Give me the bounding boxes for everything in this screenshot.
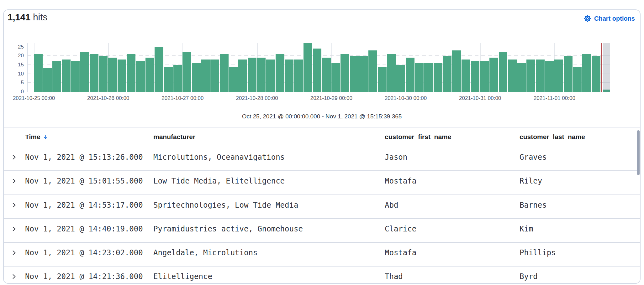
histogram-bar[interactable] [118, 60, 126, 92]
x-axis-label: 2021-10-28 00:00 [236, 95, 278, 101]
cell-time: Nov 1, 2021 @ 14:21:36.000 [25, 272, 143, 281]
histogram-chart[interactable]: 2021-10-25 00:002021-10-26 00:002021-10-… [4, 10, 640, 117]
histogram-bar[interactable] [554, 60, 563, 92]
partial-region-gridline [603, 65, 610, 65]
sort-descending-icon [43, 134, 48, 140]
histogram-bar[interactable] [136, 61, 145, 92]
table-row: Nov 1, 2021 @ 14:53:17.000Spritechnologi… [4, 195, 640, 219]
histogram-bar[interactable] [359, 56, 368, 92]
expand-row-button[interactable] [11, 249, 18, 256]
histogram-bar[interactable] [34, 54, 43, 92]
histogram-bar[interactable] [462, 60, 470, 92]
column-header-customer-last-name[interactable]: customer_last_name [520, 133, 585, 141]
cell-customer-last-name: Riley [520, 177, 542, 185]
histogram-bar[interactable] [108, 58, 117, 92]
y-axis-label: 15 [4, 62, 24, 68]
histogram-bar[interactable] [322, 58, 331, 92]
histogram-bar[interactable] [434, 63, 442, 92]
histogram-bar[interactable] [90, 54, 98, 92]
histogram-bar[interactable] [331, 63, 340, 92]
chevron-right-icon [13, 155, 15, 159]
histogram-bar[interactable] [340, 54, 349, 92]
histogram-bar[interactable] [192, 63, 201, 92]
histogram-bar[interactable] [210, 60, 219, 92]
histogram-bar[interactable] [526, 60, 535, 92]
histogram-bar[interactable] [471, 61, 480, 92]
histogram-bar[interactable] [489, 58, 498, 92]
histogram-bar[interactable] [378, 67, 387, 92]
histogram-bar[interactable] [294, 60, 303, 92]
column-header-manufacturer[interactable]: manufacturer [153, 133, 195, 141]
cell-time: Nov 1, 2021 @ 14:40:19.000 [25, 225, 143, 233]
histogram-bar[interactable] [276, 54, 284, 92]
histogram-bar[interactable] [406, 58, 414, 92]
cell-customer-last-name: Graves [520, 153, 547, 162]
column-header-time-label: Time [25, 133, 40, 141]
column-header-time[interactable]: Time [25, 133, 48, 141]
histogram-bar[interactable] [350, 56, 359, 92]
histogram-bar[interactable] [424, 63, 433, 92]
histogram-bar[interactable] [443, 56, 452, 92]
histogram-bar[interactable] [266, 60, 275, 92]
cell-customer-last-name: Barnes [520, 201, 547, 210]
expand-row-button[interactable] [11, 178, 18, 184]
histogram-bar[interactable] [536, 60, 545, 92]
cell-manufacturer: Spritechnologies, Low Tide Media [153, 201, 298, 210]
histogram-bar[interactable] [155, 47, 163, 92]
table-row: Nov 1, 2021 @ 14:21:36.000ElitelligenceT… [4, 267, 640, 284]
histogram-bar[interactable] [182, 52, 191, 92]
expand-row-button[interactable] [11, 202, 18, 209]
histogram-bar[interactable] [499, 52, 508, 92]
table-scrollbar-thumb[interactable] [637, 130, 640, 175]
column-header-manufacturer-label: manufacturer [153, 133, 195, 141]
histogram-bar[interactable] [452, 50, 461, 92]
histogram-bar[interactable] [257, 58, 266, 92]
histogram-bar[interactable] [248, 58, 256, 92]
histogram-bar[interactable] [52, 61, 61, 92]
histogram-bar[interactable] [285, 60, 294, 92]
cell-customer-first-name: Mostafa [385, 248, 416, 257]
histogram-bar[interactable] [229, 67, 238, 92]
histogram-bar[interactable] [396, 65, 405, 92]
histogram-bar[interactable] [80, 52, 89, 92]
y-axis-line [27, 43, 28, 92]
histogram-bar[interactable] [592, 56, 600, 92]
histogram-bar[interactable] [201, 60, 210, 92]
expand-row-button[interactable] [11, 154, 18, 161]
column-header-customer-last-name-label: customer_last_name [520, 133, 585, 141]
partial-histogram-bar[interactable] [603, 90, 610, 92]
histogram-bar[interactable] [238, 60, 247, 92]
histogram-bar[interactable] [368, 50, 377, 92]
x-axis-label: 2021-10-25 00:00 [13, 95, 55, 101]
histogram-bar[interactable] [71, 61, 80, 92]
histogram-bar[interactable] [43, 68, 52, 92]
partial-bucket-region [603, 43, 610, 92]
histogram-bar[interactable] [220, 54, 229, 92]
histogram-bar[interactable] [173, 65, 182, 92]
histogram-bar[interactable] [145, 58, 154, 92]
histogram-bar[interactable] [99, 56, 108, 92]
cell-customer-first-name: Thad [385, 272, 403, 281]
column-header-customer-first-name[interactable]: customer_first_name [385, 133, 451, 141]
expand-row-button[interactable] [11, 273, 18, 280]
histogram-bar[interactable] [582, 54, 591, 92]
histogram-bar[interactable] [127, 54, 136, 92]
histogram-bar[interactable] [573, 67, 582, 92]
histogram-bar[interactable] [313, 49, 322, 92]
histogram-bar[interactable] [517, 63, 526, 92]
histogram-bar[interactable] [415, 63, 424, 92]
chevron-right-icon [13, 179, 15, 183]
expand-row-button[interactable] [11, 225, 18, 232]
cell-time: Nov 1, 2021 @ 15:13:26.000 [25, 153, 143, 162]
time-range-label: Oct 25, 2021 @ 00:00:00.000 - Nov 1, 202… [4, 113, 640, 120]
histogram-bar[interactable] [508, 60, 517, 92]
histogram-bar[interactable] [480, 61, 489, 92]
histogram-bar[interactable] [164, 67, 173, 92]
histogram-bar[interactable] [387, 54, 396, 92]
histogram-bar[interactable] [564, 56, 573, 92]
cell-manufacturer: Low Tide Media, Elitelligence [153, 177, 285, 185]
histogram-bar[interactable] [304, 43, 312, 92]
cell-customer-last-name: Byrd [520, 272, 538, 281]
histogram-bar[interactable] [545, 61, 554, 92]
histogram-bar[interactable] [62, 60, 71, 92]
